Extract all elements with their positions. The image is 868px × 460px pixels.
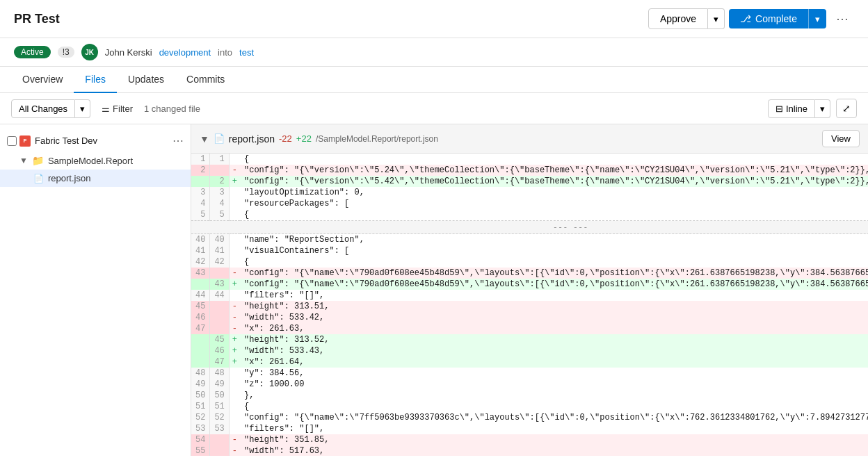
line-content: "config": "{\"name\":\"790ad0f608ee45b48…	[240, 268, 868, 279]
line-marker	[229, 256, 240, 268]
table-row: 2 - "config": "{\"version\":\"5.24\",\"t…	[191, 165, 868, 176]
line-marker	[229, 368, 240, 379]
line-content: "name": "ReportSection",	[240, 234, 868, 246]
table-row: 52 52 "config": "{\"name\":\"7ff5063be93…	[191, 412, 868, 423]
sidebar: F Fabric Test Dev ⋯ ▼ 📁 SampleModel.Repo…	[0, 124, 191, 456]
fabric-item[interactable]: F Fabric Test Dev	[19, 135, 170, 147]
line-content: "width": 533.43,	[240, 345, 868, 356]
header-actions: Approve ▾ ⎇ Complete ▾ ⋯	[648, 8, 854, 29]
file-icon: 📄	[33, 174, 44, 183]
line-content: "width": 517.63,	[240, 445, 868, 456]
line-marker	[229, 209, 240, 221]
new-line-num: 46	[210, 345, 229, 356]
line-marker: +	[229, 334, 240, 345]
line-content: },	[240, 390, 868, 401]
table-row: 45 - "height": 313.51,	[191, 301, 868, 312]
line-content: "width": 533.42,	[240, 312, 868, 323]
tab-overview[interactable]: Overview	[11, 67, 74, 93]
table-row: 54 - "height": 351.85,	[191, 434, 868, 445]
table-row: 53 53 "filters": "[]",	[191, 423, 868, 434]
old-line-num: 43	[191, 268, 210, 279]
tab-updates[interactable]: Updates	[117, 67, 175, 93]
old-line-num: 41	[191, 245, 210, 256]
line-content: {	[240, 256, 868, 268]
expand-icon: ⤢	[842, 103, 851, 114]
line-content: {	[240, 154, 868, 165]
table-row: 5 5 {	[191, 209, 868, 221]
line-marker: -	[229, 434, 240, 445]
line-marker	[229, 423, 240, 434]
line-content: "resourcePackages": [	[240, 198, 868, 209]
chevron-down-icon: ▾	[820, 104, 825, 114]
line-content: "height": 351.85,	[240, 434, 868, 445]
complete-dropdown-button[interactable]: ▾	[808, 9, 826, 28]
expand-button[interactable]: ⤢	[836, 99, 857, 118]
tabs-bar: Overview Files Updates Commits	[0, 67, 868, 93]
old-line-num: 46	[191, 312, 210, 323]
diff-filename: report.json	[229, 133, 275, 145]
new-line-num: 1	[210, 154, 229, 165]
new-line-num	[210, 165, 229, 176]
old-line-num: 54	[191, 434, 210, 445]
new-line-num	[210, 445, 229, 456]
line-content: "z": 1000.00	[240, 379, 868, 390]
old-line-num: 51	[191, 401, 210, 412]
fabric-item-name: Fabric Test Dev	[35, 135, 97, 146]
old-line-num: 4	[191, 198, 210, 209]
main-content: F Fabric Test Dev ⋯ ▼ 📁 SampleModel.Repo…	[0, 124, 868, 456]
all-changes-dropdown-button[interactable]: ▾	[75, 99, 90, 118]
complete-button[interactable]: ⎇ Complete	[729, 9, 808, 28]
table-row: 43 - "config": "{\"name\":\"790ad0f608ee…	[191, 268, 868, 279]
fabric-more-icon[interactable]: ⋯	[172, 134, 184, 147]
table-row: 43 + "config": "{\"name\":\"790ad0f608ee…	[191, 279, 868, 290]
filter-icon: ⚌	[102, 104, 110, 114]
file-item[interactable]: 📄 report.json	[0, 170, 191, 187]
approve-dropdown-button[interactable]: ▾	[708, 8, 725, 29]
old-line-num: 40	[191, 234, 210, 246]
tab-files[interactable]: Files	[74, 67, 117, 93]
select-all-checkbox[interactable]	[7, 136, 17, 146]
branch-from-link[interactable]: development	[159, 47, 211, 58]
line-content: "config": "{\"version\":\"5.24\",\"theme…	[240, 165, 868, 176]
chevron-down-icon: ▾	[80, 104, 85, 114]
old-line-num: 50	[191, 390, 210, 401]
diff-deletions: +22	[296, 133, 312, 144]
pr-title: PR Test	[14, 12, 60, 26]
old-line-num	[191, 334, 210, 345]
new-line-num: 4	[210, 198, 229, 209]
collapse-diff-button[interactable]: ▼	[200, 133, 209, 145]
folder-item[interactable]: ▼ 📁 SampleModel.Report	[0, 151, 191, 170]
line-marker	[229, 154, 240, 165]
table-row: 49 49 "z": 1000.00	[191, 379, 868, 390]
new-line-num	[210, 268, 229, 279]
file-name: report.json	[48, 173, 90, 183]
new-line-num: 41	[210, 245, 229, 256]
header: PR Test Approve ▾ ⎇ Complete ▾ ⋯	[0, 0, 868, 38]
line-marker: -	[229, 323, 240, 334]
into-text: into	[218, 47, 232, 58]
chevron-down-icon: ▾	[714, 14, 718, 24]
old-line-num	[191, 356, 210, 368]
branch-to-link[interactable]: test	[239, 47, 254, 58]
table-row: 45 + "height": 313.52,	[191, 334, 868, 345]
table-row: 46 - "width": 533.42,	[191, 312, 868, 323]
filter-button[interactable]: ⚌ Filter	[96, 100, 138, 117]
approve-button[interactable]: Approve	[648, 8, 708, 29]
all-changes-button[interactable]: All Changes	[11, 99, 75, 118]
more-options-button[interactable]: ⋯	[830, 8, 854, 29]
line-content: "layoutOptimization": 0,	[240, 187, 868, 198]
line-content: "height": 313.52,	[240, 334, 868, 345]
table-row: 1 1 {	[191, 154, 868, 165]
line-marker	[229, 412, 240, 423]
line-marker: -	[229, 165, 240, 176]
view-button[interactable]: View	[822, 130, 860, 147]
line-content: "x": 261.63,	[240, 323, 868, 334]
table-row: 4 4 "resourcePackages": [	[191, 198, 868, 209]
new-line-num: 47	[210, 356, 229, 368]
inline-button[interactable]: ⊟ Inline	[768, 99, 815, 118]
old-line-num: 1	[191, 154, 210, 165]
tab-commits[interactable]: Commits	[175, 67, 236, 93]
inline-dropdown-button[interactable]: ▾	[815, 99, 830, 118]
table-row: 40 40 "name": "ReportSection",	[191, 234, 868, 246]
table-row: 2 + "config": "{\"version\":\"5.42\",\"t…	[191, 176, 868, 187]
